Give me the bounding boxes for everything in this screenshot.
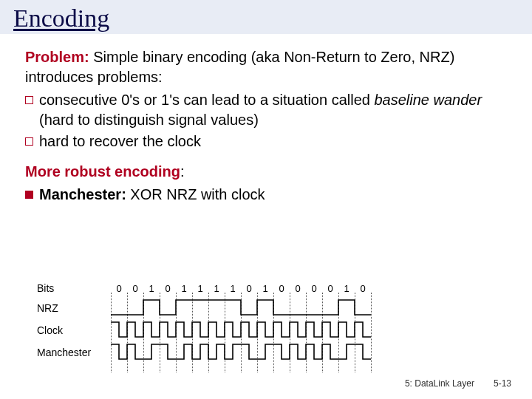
bit-digit: 1: [176, 283, 192, 294]
body-content: Problem: Simple binary encoding (aka Non…: [0, 34, 532, 205]
nrz-label: NRZ: [37, 302, 111, 314]
bit-digit: 1: [225, 283, 241, 294]
manchester-rest: XOR NRZ with clock: [126, 186, 265, 202]
problem-para: Problem: Simple binary encoding (aka Non…: [25, 47, 511, 87]
clock-row: Clock: [37, 319, 372, 341]
bit-digit: 0: [290, 283, 306, 294]
nrz-wave: [111, 299, 372, 318]
bullet1-post: (hard to distinguish signal values): [39, 112, 259, 128]
problem-bullet-1: consecutive 0's or 1's can lead to a sit…: [25, 90, 511, 130]
slide-footer: 5: DataLink Layer 5-13: [0, 378, 532, 389]
manchester-label: Manchester:: [39, 186, 126, 202]
square-bullet-icon: [25, 137, 33, 146]
bullet1-pre: consecutive 0's or 1's can lead to a sit…: [39, 92, 374, 108]
manchester-row: Manchester: [37, 341, 372, 364]
bit-digit: 1: [192, 283, 208, 294]
clock-wave: [111, 321, 372, 340]
square-bullet-filled-icon: [25, 191, 33, 199]
bit-digit: 0: [322, 283, 338, 294]
footer-chapter: 5: DataLink Layer: [405, 378, 474, 389]
footer-page: 5-13: [494, 378, 511, 389]
bit-digit: 0: [160, 283, 176, 294]
bit-digit: 0: [241, 283, 257, 294]
problem-label: Problem:: [25, 49, 89, 65]
clock-label: Clock: [37, 324, 111, 336]
bit-digit: 0: [127, 283, 143, 294]
bit-digit: 0: [273, 283, 290, 294]
problem-bullet-2: hard to recover the clock: [25, 132, 511, 151]
robust-colon: :: [180, 163, 185, 180]
bit-digit: 0: [306, 283, 322, 294]
robust-heading: More robust encoding:: [25, 162, 511, 182]
title-bar: Encoding: [0, 0, 532, 34]
encoding-diagram: Bits 0010111101000010 NRZ Clock Manchest…: [37, 279, 372, 364]
robust-bullet: Manchester: XOR NRZ with clock: [25, 185, 511, 205]
bullet2-text: hard to recover the clock: [39, 132, 201, 151]
square-bullet-icon: [25, 96, 33, 104]
bit-digit: 0: [355, 283, 371, 294]
bit-digit: 1: [208, 283, 225, 294]
manchester-row-label: Manchester: [37, 347, 111, 358]
bullet1-em: baseline wander: [374, 92, 482, 108]
bits-label: Bits: [37, 282, 111, 294]
bit-digit: 0: [111, 283, 127, 294]
bit-digit: 1: [338, 283, 355, 294]
nrz-row: NRZ: [37, 297, 372, 319]
bit-digit: 1: [257, 283, 273, 294]
problem-text: Simple binary encoding (aka Non-Return t…: [25, 49, 454, 85]
robust-label: More robust encoding: [25, 163, 180, 180]
bit-digit: 1: [143, 283, 160, 294]
manchester-wave: [111, 343, 372, 362]
page-title: Encoding: [13, 4, 519, 33]
